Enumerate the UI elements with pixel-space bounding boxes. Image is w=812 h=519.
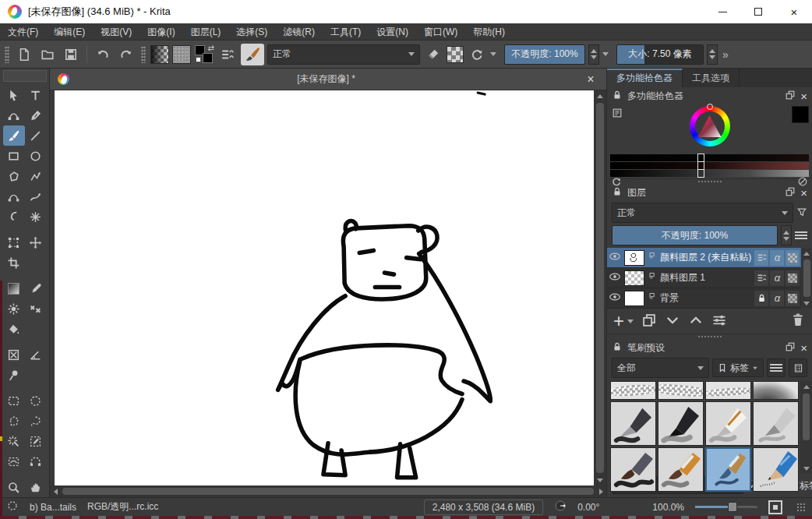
float-panel-icon[interactable] bbox=[785, 90, 796, 103]
selection-mode-icon[interactable] bbox=[6, 500, 19, 514]
tool-move[interactable] bbox=[25, 232, 47, 252]
alpha-lock-icon[interactable]: α bbox=[770, 291, 784, 306]
menu-item-filter[interactable]: 滤镜(R) bbox=[275, 23, 323, 41]
brush-preset-pencil-silver[interactable] bbox=[753, 401, 799, 446]
inherit-alpha-icon[interactable] bbox=[754, 270, 768, 286]
tool-transform[interactable] bbox=[3, 232, 25, 252]
toolbar-overflow-button[interactable]: » bbox=[722, 48, 729, 61]
menu-item-select[interactable]: 选择(S) bbox=[228, 23, 275, 41]
layer-row[interactable]: 颜料图层 1 α bbox=[607, 268, 801, 288]
move-layer-down-button[interactable] bbox=[665, 312, 680, 330]
inherit-alpha-icon[interactable] bbox=[754, 250, 768, 266]
layer-list-scrollbar[interactable] bbox=[801, 248, 812, 309]
open-document-button[interactable] bbox=[37, 44, 58, 65]
lock-icon[interactable] bbox=[612, 90, 623, 103]
brush-preset-watercolor-selected[interactable] bbox=[705, 447, 751, 492]
blending-mode-combo[interactable]: 正常 bbox=[267, 44, 420, 65]
layer-row[interactable]: 颜料图层 2 (来自粘贴) α bbox=[607, 248, 801, 268]
scroll-right-icon[interactable] bbox=[595, 486, 606, 497]
tool-edit-shapes[interactable] bbox=[3, 105, 25, 125]
tool-freehand-path[interactable] bbox=[25, 186, 47, 207]
tab-tool-options[interactable]: 工具选项 bbox=[683, 69, 740, 87]
tool-contiguous-select[interactable] bbox=[3, 431, 25, 451]
menu-item-view[interactable]: 视图(V) bbox=[93, 23, 139, 41]
menu-item-layer[interactable]: 图层(L) bbox=[183, 23, 229, 41]
duplicate-layer-button[interactable] bbox=[641, 312, 657, 330]
preset-filter-combo[interactable]: 全部 bbox=[612, 358, 709, 378]
tool-line[interactable] bbox=[25, 125, 47, 146]
visibility-eye-icon[interactable] bbox=[609, 270, 621, 285]
current-color-swatch[interactable] bbox=[792, 106, 809, 123]
tool-reference-images[interactable] bbox=[3, 365, 25, 385]
canvas[interactable] bbox=[55, 90, 594, 485]
layer-thumbnail[interactable] bbox=[624, 250, 644, 266]
scroll-up-icon[interactable] bbox=[801, 248, 812, 259]
chevron-down-icon[interactable] bbox=[490, 52, 496, 56]
lock-icon[interactable] bbox=[612, 341, 623, 355]
menu-item-file[interactable]: 文件(F) bbox=[0, 23, 46, 41]
color-wheel[interactable] bbox=[690, 106, 730, 147]
toolbar-grip[interactable] bbox=[5, 46, 9, 63]
pattern-chooser[interactable] bbox=[172, 45, 191, 64]
layer-blend-checker-icon[interactable] bbox=[786, 270, 800, 286]
canvas-only-mode-icon[interactable] bbox=[768, 500, 782, 514]
redo-button[interactable] bbox=[116, 44, 136, 65]
visibility-eye-icon[interactable] bbox=[609, 291, 621, 305]
close-panel-icon[interactable]: × bbox=[800, 90, 807, 103]
tool-smart-patch[interactable] bbox=[25, 298, 47, 319]
scroll-down-icon[interactable] bbox=[595, 475, 605, 485]
canvas-rotation-dial-icon[interactable] bbox=[554, 500, 567, 514]
minimize-button[interactable] bbox=[704, 0, 740, 23]
tool-measure[interactable] bbox=[25, 344, 47, 365]
brush-preset-pencil-blue[interactable] bbox=[753, 447, 799, 492]
layer-scroll-thumb[interactable] bbox=[803, 260, 810, 297]
move-layer-up-button[interactable] bbox=[688, 312, 704, 330]
layer-filter-icon[interactable] bbox=[796, 207, 807, 220]
color-selector-settings-icon[interactable] bbox=[612, 108, 623, 121]
brush-option-slider-button[interactable] bbox=[217, 44, 238, 65]
color-value-bar[interactable] bbox=[610, 170, 809, 177]
tool-pattern-edit[interactable] bbox=[3, 298, 25, 319]
layer-blend-checker-icon[interactable] bbox=[786, 250, 800, 266]
menu-item-help[interactable]: 帮助(H) bbox=[465, 23, 513, 41]
tool-polyline[interactable] bbox=[25, 166, 47, 186]
vertical-scroll-thumb[interactable] bbox=[596, 103, 604, 473]
brush-preset-marker-black[interactable] bbox=[658, 401, 704, 446]
tool-pan[interactable] bbox=[25, 477, 47, 497]
layer-thumbnail[interactable] bbox=[624, 291, 644, 306]
brush-grid-scrollbar[interactable] bbox=[800, 381, 812, 474]
add-layer-dropdown-icon[interactable] bbox=[627, 320, 634, 323]
tool-gradient[interactable] bbox=[3, 278, 25, 298]
tool-magnetic-select[interactable] bbox=[25, 451, 47, 471]
brush-size-slider[interactable]: 大小: 7.50 像素 bbox=[616, 44, 704, 65]
tool-polygon-select[interactable] bbox=[3, 411, 25, 431]
window-resize-grip[interactable] bbox=[796, 503, 806, 512]
brush-preset-pen-dark[interactable] bbox=[610, 401, 656, 446]
tool-text[interactable] bbox=[25, 85, 47, 105]
tool-ellipse[interactable] bbox=[25, 146, 47, 166]
layer-style-icon[interactable] bbox=[648, 272, 657, 284]
float-panel-icon[interactable] bbox=[785, 186, 796, 199]
preserve-alpha-button[interactable] bbox=[447, 46, 464, 63]
scroll-up-icon[interactable] bbox=[595, 90, 605, 101]
tool-freehand-select[interactable] bbox=[25, 411, 47, 431]
preset-menu-icon[interactable] bbox=[767, 358, 786, 377]
tool-enclose-fill[interactable] bbox=[3, 344, 25, 365]
layer-thumbnail[interactable] bbox=[624, 270, 644, 286]
layer-options-icon[interactable] bbox=[795, 231, 807, 239]
tool-bezier-select[interactable] bbox=[3, 451, 25, 471]
alpha-lock-icon[interactable]: α bbox=[770, 270, 784, 286]
close-button[interactable]: × bbox=[776, 0, 812, 23]
color-history-bar[interactable] bbox=[610, 154, 809, 161]
tab-advanced-color-selector[interactable]: 多功能拾色器 bbox=[607, 69, 683, 87]
tool-freehand-brush[interactable] bbox=[3, 125, 25, 146]
menu-item-settings[interactable]: 设置(N) bbox=[369, 23, 416, 41]
tool-color-sampler[interactable] bbox=[25, 278, 47, 298]
menu-item-edit[interactable]: 编辑(E) bbox=[46, 23, 93, 41]
brush-preset-paintbrush-orange[interactable] bbox=[658, 447, 704, 492]
layer-opacity-slider[interactable]: 不透明度: 100% bbox=[612, 225, 778, 245]
tool-similar-select[interactable] bbox=[25, 431, 47, 451]
layer-lock-icon[interactable] bbox=[754, 291, 768, 306]
opacity-spinner[interactable] bbox=[588, 44, 599, 65]
brush-preset-paintbrush-dark[interactable] bbox=[610, 447, 656, 492]
